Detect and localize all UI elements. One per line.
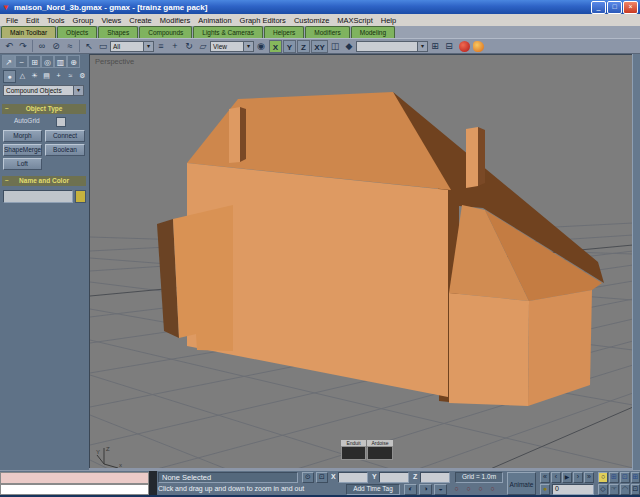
arc-rotate-button[interactable]: ◠ [620, 484, 630, 495]
degradation-toggle-2[interactable]: ◑ [419, 484, 432, 495]
tab-main-toolbar[interactable]: Main Toolbar [1, 26, 56, 38]
tab-lights-cameras[interactable]: Lights & Cameras [193, 26, 263, 38]
systems-category-icon[interactable]: ⚙ [77, 70, 88, 81]
manipulate-icon[interactable]: ◆ [342, 40, 356, 53]
bind-to-spacewarp-icon[interactable]: ≈ [63, 40, 77, 53]
perspective-viewport[interactable]: Z Y x Perspective Enduit Ardoise [89, 54, 632, 468]
create-tab-icon[interactable]: ↗ [2, 55, 15, 68]
utilities-tab-icon[interactable]: ⊕ [67, 55, 80, 68]
tab-compounds[interactable]: Compounds [139, 26, 192, 38]
menu-graph-editors[interactable]: Graph Editors [236, 16, 290, 25]
field-of-view-button[interactable]: ◇ [598, 484, 608, 495]
absolute-offset-toggle[interactable]: ⊡ [316, 472, 328, 483]
shapes-category-icon[interactable]: △ [17, 70, 28, 81]
tab-objects[interactable]: Objects [57, 26, 97, 38]
house-model[interactable] [157, 92, 604, 406]
current-frame-field[interactable]: 0 [552, 484, 594, 495]
select-object-icon[interactable]: ↖ [82, 40, 96, 53]
undo-icon[interactable]: ↶ [2, 40, 16, 53]
shapemerge-button[interactable]: ShapeMerge [3, 144, 42, 156]
go-to-end-button[interactable]: » [584, 472, 594, 483]
name-color-rollout-header[interactable]: − Name and Color [2, 176, 86, 186]
viewport-label[interactable]: Perspective [95, 57, 134, 66]
degradation-toggle-3[interactable]: ◒ [434, 484, 447, 495]
house-chimney-left-front[interactable] [229, 107, 240, 163]
menu-customize[interactable]: Customize [290, 16, 333, 25]
tab-helpers[interactable]: Helpers [264, 26, 304, 38]
reference-coordinate-dropdown[interactable]: View ▾ [210, 41, 254, 52]
restrict-y-button[interactable]: Y [283, 40, 296, 53]
object-color-swatch[interactable] [75, 190, 86, 203]
y-coordinate-field[interactable] [379, 472, 409, 483]
redo-icon[interactable]: ↷ [16, 40, 30, 53]
schematic-view-icon[interactable]: ⊟ [442, 40, 456, 53]
close-button[interactable]: × [623, 1, 638, 14]
material-swatch-1-color[interactable] [341, 446, 366, 460]
select-and-link-icon[interactable]: ∞ [35, 40, 49, 53]
restrict-z-button[interactable]: Z [297, 40, 310, 53]
key-filter-icon-3[interactable]: ○ [475, 485, 486, 492]
mirror-icon[interactable]: ◫ [328, 40, 342, 53]
menu-group[interactable]: Group [69, 16, 98, 25]
display-tab-icon[interactable]: ▥ [54, 55, 67, 68]
render-icon[interactable] [473, 41, 484, 52]
zoom-extents-all-button[interactable]: ⊞ [631, 472, 640, 483]
use-pivot-center-icon[interactable]: ◉ [254, 40, 268, 53]
x-coordinate-field[interactable] [338, 472, 368, 483]
object-name-field[interactable] [3, 190, 73, 203]
restore-button[interactable]: □ [607, 1, 622, 14]
menu-file[interactable]: File [2, 16, 22, 25]
spacewarps-category-icon[interactable]: ≈ [65, 70, 76, 81]
select-and-scale-icon[interactable]: ▱ [196, 40, 210, 53]
menu-maxscript[interactable]: MAXScript [333, 16, 376, 25]
zoom-tool-button[interactable]: ○ [598, 472, 608, 483]
lights-category-icon[interactable]: ☀ [29, 70, 40, 81]
select-and-move-icon[interactable]: + [168, 40, 182, 53]
selection-region-icon[interactable]: ▭ [96, 40, 110, 53]
select-and-rotate-icon[interactable]: ↻ [182, 40, 196, 53]
house-chimney-right-side[interactable] [478, 127, 485, 186]
material-swatch-2-color[interactable] [367, 446, 393, 460]
modify-tab-icon[interactable]: ~ [15, 55, 28, 68]
restrict-x-button[interactable]: X [269, 40, 282, 53]
material-swatch-2[interactable]: Ardoise [367, 440, 393, 460]
connect-button[interactable]: Connect [45, 130, 85, 142]
next-frame-button[interactable]: › [573, 472, 583, 483]
listener-divider[interactable] [149, 471, 157, 495]
loft-button[interactable]: Loft [3, 158, 42, 170]
cameras-category-icon[interactable]: ▤ [41, 70, 52, 81]
key-filter-icon-1[interactable]: ○ [451, 485, 462, 492]
named-selection-sets-dropdown[interactable]: ▾ [356, 41, 428, 52]
menu-tools[interactable]: Tools [43, 16, 69, 25]
animate-button[interactable]: Animate [507, 472, 536, 495]
z-coordinate-field[interactable] [420, 472, 450, 483]
set-key-button[interactable]: ● [540, 484, 550, 495]
menu-animation[interactable]: Animation [194, 16, 235, 25]
autogrid-checkbox[interactable] [56, 117, 66, 127]
menu-create[interactable]: Create [125, 16, 156, 25]
object-type-rollout-header[interactable]: − Object Type [2, 104, 86, 114]
key-filter-icon-4[interactable]: ○ [487, 485, 498, 492]
geometry-category-icon[interactable]: ● [3, 70, 16, 83]
select-by-name-icon[interactable]: ≡ [154, 40, 168, 53]
track-view-icon[interactable]: ⊞ [428, 40, 442, 53]
chevron-down-icon[interactable]: ▾ [243, 42, 253, 51]
tab-shapes[interactable]: Shapes [98, 26, 138, 38]
morph-button[interactable]: Morph [3, 130, 42, 142]
chevron-down-icon[interactable]: ▾ [73, 86, 83, 95]
motion-tab-icon[interactable]: ◎ [41, 55, 54, 68]
unlink-selection-icon[interactable]: ⊘ [49, 40, 63, 53]
previous-frame-button[interactable]: ‹ [551, 472, 561, 483]
zoom-extents-button[interactable]: ⊡ [620, 472, 630, 483]
restrict-xy-plane-button[interactable]: XY [311, 40, 328, 53]
min-max-toggle-button[interactable]: ⊡ [631, 484, 640, 495]
go-to-start-button[interactable]: « [540, 472, 550, 483]
selection-lock-toggle[interactable]: ⊙ [302, 472, 314, 483]
menu-modifiers[interactable]: Modifiers [156, 16, 194, 25]
key-filter-icon-2[interactable]: ○ [463, 485, 474, 492]
house-left-wing-wall[interactable] [173, 205, 233, 351]
house-chimney-left-side[interactable] [240, 107, 246, 162]
hierarchy-tab-icon[interactable]: ⊞ [28, 55, 41, 68]
chevron-down-icon[interactable]: ▾ [417, 42, 427, 51]
menu-views[interactable]: Views [97, 16, 125, 25]
